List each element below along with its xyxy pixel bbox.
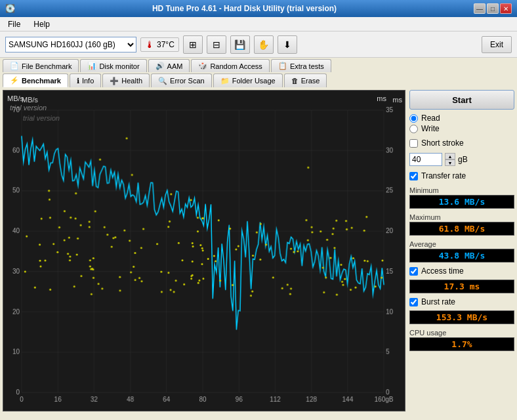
benchmark-chart: MB/s ms trial version — [3, 90, 405, 411]
stroke-down-button[interactable]: ▼ — [445, 159, 455, 166]
burst-rate-value: 153.3 MB/s — [409, 310, 514, 324]
start-button[interactable]: Start — [409, 90, 514, 110]
random-access-icon: 🎲 — [198, 62, 207, 70]
average-section: Average 43.8 MB/s — [409, 238, 514, 262]
maximum-section: Maximum 61.8 MB/s — [409, 211, 514, 236]
main-content: MB/s ms trial version Start Read Write S… — [0, 87, 517, 414]
title-bar: 💽 HD Tune Pro 4.61 - Hard Disk Utility (… — [0, 0, 517, 17]
access-time-checkbox[interactable] — [409, 267, 418, 276]
average-label: Average — [409, 240, 514, 248]
short-stroke-checkbox[interactable] — [409, 139, 418, 148]
stroke-unit-label: gB — [458, 155, 468, 164]
info-icon: ℹ — [77, 77, 79, 85]
short-stroke-checkbox-label[interactable]: Short stroke — [409, 138, 514, 148]
minimum-value: 13.6 MB/s — [409, 195, 514, 209]
transfer-rate-checkbox-label[interactable]: Transfer rate — [409, 171, 514, 180]
thermometer-icon: 🌡 — [145, 39, 154, 50]
drive-selector[interactable]: SAMSUNG HD160JJ (160 gB) — [5, 37, 136, 52]
read-label: Read — [421, 114, 440, 123]
tab-extra-tests[interactable]: 📋 Extra tests — [271, 59, 331, 72]
toolbar-btn-5[interactable]: ⬇ — [278, 35, 297, 54]
tabs-row-1: 📄 File Benchmark 📊 Disk monitor 🔊 AAM 🎲 … — [0, 58, 517, 72]
window-controls: — □ ✕ — [474, 3, 512, 14]
disk-monitor-icon: 📊 — [87, 62, 96, 70]
read-radio[interactable] — [409, 114, 418, 123]
tabs-row-2: ⚡ Benchmark ℹ Info ➕ Health 🔍 Error Scan… — [0, 72, 517, 87]
tab-health[interactable]: ➕ Health — [102, 74, 150, 87]
read-radio-label[interactable]: Read — [409, 114, 514, 123]
app-icon: 💽 — [5, 4, 15, 13]
tab-info[interactable]: ℹ Info — [70, 74, 101, 87]
chart-canvas — [3, 91, 405, 411]
toolbar-btn-3[interactable]: 💾 — [230, 35, 250, 54]
window-title: HD Tune Pro 4.61 - Hard Disk Utility (tr… — [152, 4, 337, 13]
menu-bar: File Help — [0, 17, 517, 32]
temperature-display: 🌡 37°C — [140, 37, 179, 52]
temperature-value: 37°C — [157, 40, 175, 49]
tab-error-scan[interactable]: 🔍 Error Scan — [151, 74, 212, 87]
y-axis-ms-label: ms — [377, 94, 386, 102]
folder-usage-icon: 📁 — [220, 77, 230, 85]
tab-aam[interactable]: 🔊 AAM — [148, 59, 190, 72]
short-stroke-label: Short stroke — [421, 138, 464, 148]
menu-help[interactable]: Help — [31, 18, 52, 30]
tab-random-access[interactable]: 🎲 Random Access — [191, 59, 269, 72]
minimum-section: Minimum 13.6 MB/s — [409, 184, 514, 209]
burst-rate-label: Burst rate — [421, 297, 455, 306]
access-time-checkbox-label[interactable]: Access time — [409, 266, 514, 276]
exit-button[interactable]: Exit — [482, 36, 512, 53]
stroke-spinners: ▲ ▼ — [445, 153, 455, 166]
cpu-value: 1.7% — [409, 337, 514, 351]
cpu-section: CPU usage 1.7% — [409, 327, 514, 351]
average-value: 43.8 MB/s — [409, 249, 514, 262]
transfer-rate-label: Transfer rate — [421, 171, 466, 180]
y-axis-mb-label: MB/s — [7, 94, 24, 102]
maximum-value: 61.8 MB/s — [409, 222, 514, 236]
write-label: Write — [421, 124, 440, 133]
read-write-group: Read Write — [409, 112, 514, 135]
stroke-value-row: ▲ ▼ gB — [409, 153, 514, 166]
access-time-value: 17.3 ms — [409, 280, 514, 293]
minimum-label: Minimum — [409, 186, 514, 194]
error-scan-icon: 🔍 — [158, 77, 167, 85]
burst-rate-section: 153.3 MB/s — [409, 310, 514, 324]
tab-file-benchmark[interactable]: 📄 File Benchmark — [3, 59, 79, 72]
maximize-button[interactable]: □ — [487, 3, 499, 14]
erase-icon: 🗑 — [291, 77, 299, 85]
burst-rate-checkbox[interactable] — [409, 298, 418, 306]
watermark: trial version — [10, 104, 47, 112]
burst-rate-checkbox-label[interactable]: Burst rate — [409, 297, 514, 306]
write-radio-label[interactable]: Write — [409, 124, 514, 133]
tab-benchmark[interactable]: ⚡ Benchmark — [3, 74, 68, 87]
extra-tests-icon: 📋 — [278, 62, 287, 70]
toolbar-btn-1[interactable]: ⊞ — [183, 35, 203, 54]
right-panel: Start Read Write Short stroke ▲ ▼ gB — [409, 90, 514, 411]
write-radio[interactable] — [409, 125, 418, 133]
aam-icon: 🔊 — [155, 62, 165, 70]
toolbar: SAMSUNG HD160JJ (160 gB) 🌡 37°C ⊞ ⊟ 💾 ✋ … — [0, 32, 517, 58]
stroke-up-button[interactable]: ▲ — [445, 153, 455, 159]
cpu-label: CPU usage — [409, 329, 514, 337]
close-button[interactable]: ✕ — [500, 3, 512, 14]
tab-disk-monitor[interactable]: 📊 Disk monitor — [80, 59, 146, 72]
transfer-rate-checkbox[interactable] — [409, 172, 418, 180]
maximum-label: Maximum — [409, 213, 514, 221]
benchmark-icon: ⚡ — [10, 76, 19, 85]
minimize-button[interactable]: — — [474, 3, 486, 14]
tab-folder-usage[interactable]: 📁 Folder Usage — [213, 74, 283, 87]
file-benchmark-icon: 📄 — [10, 62, 19, 70]
menu-file[interactable]: File — [5, 18, 23, 30]
toolbar-btn-4[interactable]: ✋ — [254, 35, 274, 54]
access-time-section: 17.3 ms — [409, 280, 514, 293]
access-time-label: Access time — [421, 266, 464, 276]
tab-erase[interactable]: 🗑 Erase — [284, 74, 327, 87]
toolbar-btn-2[interactable]: ⊟ — [207, 35, 226, 54]
health-icon: ➕ — [110, 77, 119, 85]
stroke-input[interactable] — [409, 153, 442, 166]
